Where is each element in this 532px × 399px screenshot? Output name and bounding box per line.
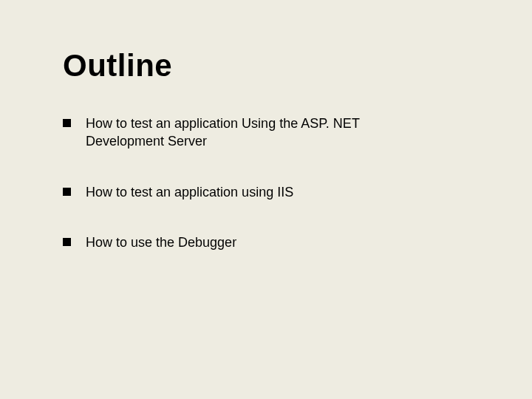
- list-item: How to test an application using IIS: [63, 183, 417, 201]
- list-item: How to test an application Using the ASP…: [63, 115, 417, 151]
- bullet-list: How to test an application Using the ASP…: [63, 115, 417, 251]
- list-item-text: How to test an application Using the ASP…: [86, 115, 417, 151]
- slide: Outline How to test an application Using…: [0, 0, 532, 399]
- page-title: Outline: [63, 48, 469, 83]
- list-item: How to use the Debugger: [63, 233, 417, 251]
- list-item-text: How to test an application using IIS: [86, 183, 417, 201]
- square-bullet-icon: [63, 238, 71, 246]
- square-bullet-icon: [63, 188, 71, 196]
- list-item-text: How to use the Debugger: [86, 233, 417, 251]
- square-bullet-icon: [63, 119, 71, 127]
